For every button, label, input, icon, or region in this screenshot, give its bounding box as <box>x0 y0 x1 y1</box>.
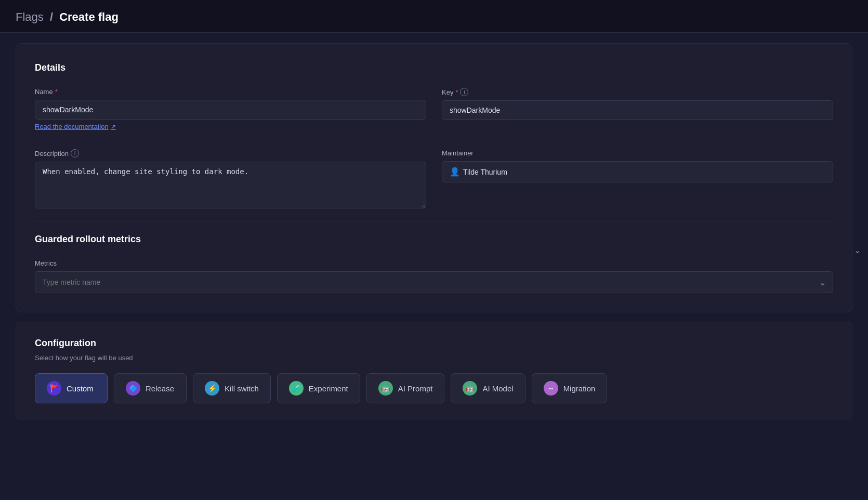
doc-link[interactable]: Read the documentation ↗ <box>35 123 426 130</box>
metrics-section-title: Guarded rollout metrics <box>35 234 833 245</box>
flag-types-container: 🚩 Custom 🔷 Release ⚡ Kill switch 🧪 Exper… <box>35 373 833 403</box>
flag-type-ai-prompt[interactable]: 🤖 AI Prompt <box>366 373 445 403</box>
page-header: Flags / Create flag <box>0 0 868 33</box>
kill-switch-label: Kill switch <box>225 384 259 393</box>
metrics-label: Metrics <box>35 259 833 267</box>
custom-label: Custom <box>67 384 94 393</box>
maintainer-chevron-icon: ⌄ <box>854 245 861 255</box>
breadcrumb: Flags / Create flag <box>16 10 852 24</box>
name-label: Name* <box>35 88 426 96</box>
flags-breadcrumb-link[interactable]: Flags <box>16 10 44 23</box>
ai-prompt-label: AI Prompt <box>398 384 433 393</box>
key-group: Key* i <box>442 88 833 139</box>
page-content: Details Name* Read the documentation ↗ K… <box>0 33 868 430</box>
description-label: Description i <box>35 149 426 157</box>
details-section-title: Details <box>35 62 833 73</box>
name-group: Name* Read the documentation ↗ <box>35 88 426 139</box>
maintainer-value: Tilde Thurium <box>463 168 825 176</box>
metrics-input-wrapper: ⌄ <box>35 271 833 293</box>
flag-type-ai-model[interactable]: 🤖 AI Model <box>451 373 525 403</box>
ai-prompt-icon: 🤖 <box>378 381 393 396</box>
configuration-subtitle: Select how your flag will be used <box>35 354 833 362</box>
kill-switch-icon: ⚡ <box>205 381 219 396</box>
metrics-group: Metrics ⌄ <box>35 259 833 293</box>
description-textarea[interactable]: When enabled, change site styling to dar… <box>35 162 426 208</box>
maintainer-select[interactable]: 👤 Tilde Thurium ⌄ <box>442 161 833 182</box>
details-card: Details Name* Read the documentation ↗ K… <box>16 43 852 312</box>
user-icon: 👤 <box>450 167 460 177</box>
configuration-card: Configuration Select how your flag will … <box>16 322 852 419</box>
release-icon: 🔷 <box>126 381 140 396</box>
breadcrumb-separator: / <box>50 10 53 23</box>
custom-icon: 🚩 <box>47 381 61 396</box>
key-info-icon[interactable]: i <box>460 88 468 96</box>
description-group: Description i When enabled, change site … <box>35 149 426 208</box>
divider <box>35 221 833 221</box>
name-input[interactable] <box>35 100 426 120</box>
flag-type-experiment[interactable]: 🧪 Experiment <box>277 373 360 403</box>
flag-type-custom[interactable]: 🚩 Custom <box>35 373 108 403</box>
key-label: Key* i <box>442 88 833 96</box>
name-key-row: Name* Read the documentation ↗ Key* i <box>35 88 833 139</box>
migration-icon: ↔ <box>544 381 558 396</box>
experiment-label: Experiment <box>309 384 348 393</box>
name-required-star: * <box>55 88 58 96</box>
ai-model-label: AI Model <box>482 384 513 393</box>
maintainer-label: Maintainer <box>442 149 833 157</box>
configuration-title: Configuration <box>35 338 833 349</box>
external-link-icon: ↗ <box>111 123 116 130</box>
maintainer-group: Maintainer 👤 Tilde Thurium ⌄ <box>442 149 833 208</box>
ai-model-icon: 🤖 <box>463 381 477 396</box>
page-title: Create flag <box>59 10 119 23</box>
flag-type-kill-switch[interactable]: ⚡ Kill switch <box>193 373 271 403</box>
key-input[interactable] <box>442 100 833 120</box>
metrics-input[interactable] <box>35 271 833 293</box>
experiment-icon: 🧪 <box>289 381 304 396</box>
migration-label: Migration <box>563 384 596 393</box>
key-required-star: * <box>455 88 458 96</box>
description-maintainer-row: Description i When enabled, change site … <box>35 149 833 208</box>
flag-type-migration[interactable]: ↔ Migration <box>532 373 608 403</box>
flag-type-release[interactable]: 🔷 Release <box>114 373 187 403</box>
release-label: Release <box>146 384 174 393</box>
description-info-icon[interactable]: i <box>71 149 79 157</box>
